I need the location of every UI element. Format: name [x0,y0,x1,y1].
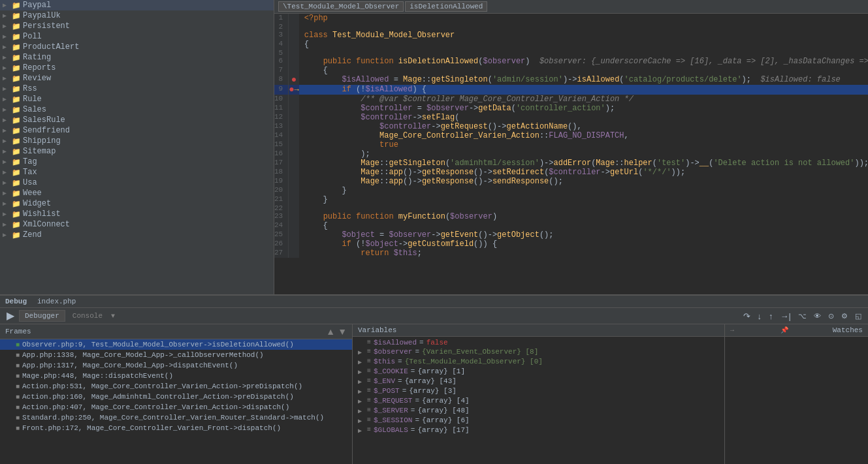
var-item-session[interactable]: ▶ ≡ $_SESSION = {array} [6] [353,416,724,425]
code-line-20: 20 } [274,186,868,195]
run-to-cursor-button[interactable]: →| [778,311,794,322]
frame-item[interactable]: ■ Mage.php:448, Mage::dispatchEvent() [0,371,352,381]
tree-item-sitemap[interactable]: ▶ 📁 Sitemap [0,146,274,157]
settings-button[interactable]: ⚙ [839,311,850,321]
tree-item-xmlconnect[interactable]: ▶ 📁 XmlConnect [0,219,274,230]
tree-item-usa[interactable]: ▶ 📁 Usa [0,178,274,188]
arrow-icon: ▶ [3,22,12,30]
var-name: $observer [374,348,412,356]
frame-down-button[interactable]: ▼ [338,326,347,337]
code-line-19: 19 Mage::app()->getResponse()->sendRespo… [274,177,868,186]
frame-icon: ■ [16,352,20,359]
frame-item[interactable]: ■ Front.php:172, Mage_Core_Controller_Va… [0,423,352,433]
tree-item-salesrule[interactable]: ▶ 📁 SalesRule [0,115,274,125]
tab-debugger[interactable]: Debugger [19,310,65,322]
frames-list: ■ Observer.php:9, Test_Module_Model_Obse… [0,339,352,464]
resume-button[interactable]: ▶ [4,309,17,322]
frame-up-button[interactable]: ▲ [326,326,335,337]
folder-icon: 📁 [12,106,21,114]
code-line-3: 3 class Test_Module_Model_Observer [274,31,868,40]
debug-panels: Frames ▲ ▼ ■ Observer.php:9, Test_Module… [0,324,868,464]
var-name: $_POST [374,387,400,395]
var-item-isallowed[interactable]: ≡ $isAllowed = false [353,338,724,347]
memory-button[interactable]: ⊙ [826,311,837,321]
tree-item-productalert[interactable]: ▶ 📁 ProductAlert [0,42,274,52]
folder-icon: 📁 [12,43,21,52]
frame-text: Action.php:531, Mage_Core_Controller_Var… [22,382,302,390]
frame-item[interactable]: ■ Action.php:531, Mage_Core_Controller_V… [0,381,352,392]
var-item-globals[interactable]: ▶ ≡ $GLOBALS = {array} [17] [353,425,724,435]
step-over-button[interactable]: ↷ [741,311,753,322]
arrow-icon: ▶ [3,74,12,82]
tree-item-tag[interactable]: ▶ 📁 Tag [0,157,274,167]
restore-button[interactable]: ◱ [852,311,864,321]
var-expand-icon: ▶ [358,427,367,435]
tab-console[interactable]: Console [67,311,108,321]
tree-label: Rating [23,53,51,62]
tree-item-shipping[interactable]: ▶ 📁 Shipping [0,136,274,146]
tree-item-rating[interactable]: ▶ 📁 Rating [0,52,274,63]
arrow-icon: ▶ [3,116,12,124]
tree-item-review[interactable]: ▶ 📁 Review [0,73,274,84]
code-line-13: 13 $controller->getRequest()->getActionN… [274,122,868,131]
breadcrumb-class[interactable]: \Test_Module_Model_Observer [278,1,404,12]
tree-item-reports[interactable]: ▶ 📁 Reports [0,63,274,73]
breadcrumb-method[interactable]: isDeletionAllowed [405,1,487,12]
frame-item[interactable]: ■ Standard.php:250, Mage_Core_Controller… [0,412,352,423]
tree-item-rss[interactable]: ▶ 📁 Rss [0,84,274,94]
code-lines: 1 <?php 2 3 class Test_Module_Mode [274,14,868,258]
folder-icon: 📁 [12,64,21,72]
watches-button[interactable]: 👁 [811,311,824,321]
code-line-2: 2 [274,23,868,31]
var-item-cookie[interactable]: ▶ ≡ $_COOKIE = {array} [1] [353,367,724,377]
var-item-post[interactable]: ▶ ≡ $_POST = {array} [3] [353,386,724,396]
frame-item[interactable]: ■ App.php:1317, Mage_Core_Model_App->dis… [0,360,352,371]
frame-text: Action.php:160, Mage_Adminhtml_Controlle… [22,393,294,401]
var-value: false [426,339,448,347]
frame-item[interactable]: ■ App.php:1338, Mage_Core_Model_App->_ca… [0,350,352,360]
arrow-icon: ▶ [3,210,12,218]
tree-item-rule[interactable]: ▶ 📁 Rule [0,94,274,104]
var-expand-icon: ▶ [358,417,367,425]
arrow-icon: ▶ [3,147,12,155]
variables-panel-header: Variables [353,324,724,337]
step-into-button[interactable]: ↓ [755,311,765,322]
tree-item-weee[interactable]: ▶ 📁 Weee [0,188,274,198]
frame-item[interactable]: ■ Action.php:407, Mage_Core_Controller_V… [0,402,352,412]
tree-item-wishlist[interactable]: ▶ 📁 Wishlist [0,209,274,219]
frame-item[interactable]: ■ Observer.php:9, Test_Module_Model_Obse… [0,339,352,350]
frame-item[interactable]: ■ Action.php:160, Mage_Adminhtml_Control… [0,392,352,402]
code-line-1: 1 <?php [274,14,868,23]
code-line-17: 17 Mage::getSingleton('adminhtml/session… [274,159,868,168]
var-item-observer[interactable]: ▶ ≡ $observer = {Varien_Event_Observer} … [353,347,724,357]
frame-text: App.php:1338, Mage_Core_Model_App->_call… [22,351,264,359]
var-name: $_COOKIE [374,367,408,375]
tree-item-paypal[interactable]: ▶ 📁 Paypal [0,0,274,10]
tree-item-widget[interactable]: ▶ 📁 Widget [0,198,274,209]
folder-icon: 📁 [12,137,21,146]
var-value: {array} [43] [405,377,457,385]
tree-item-sales[interactable]: ▶ 📁 Sales [0,104,274,115]
var-value: {array} [17] [417,426,469,434]
code-line-10: 10 /** @var $controller Mage_Core_Contro… [274,95,868,104]
tree-item-persistent[interactable]: ▶ 📁 Persistent [0,21,274,31]
var-item-this[interactable]: ▶ ≡ $this = {Test_Module_Model_Observer}… [353,357,724,367]
step-out-button[interactable]: ↑ [766,311,776,322]
var-eq: = [411,426,415,434]
tree-label: Poll [23,32,42,41]
tree-item-zend[interactable]: ▶ 📁 Zend [0,230,274,240]
tree-item-poll[interactable]: ▶ 📁 Poll [0,31,274,42]
frames-label: Frames [5,328,31,335]
arrow-icon: ▶ [3,54,12,61]
code-scroll[interactable]: 1 <?php 2 3 class Test_Module_Mode [274,14,868,294]
tree-item-sendfriend[interactable]: ▶ 📁 Sendfriend [0,125,274,136]
var-eq: = [398,358,402,365]
eval-expression-button[interactable]: ⌥ [796,311,809,321]
tree-item-tax[interactable]: ▶ 📁 Tax [0,167,274,178]
var-item-server[interactable]: ▶ ≡ $_SERVER = {array} [48] [353,406,724,416]
var-item-request[interactable]: ▶ ≡ $_REQUEST = {array} [4] [353,396,724,406]
var-type-icon: ≡ [367,367,371,375]
var-name: $_SERVER [374,407,408,414]
var-item-env[interactable]: ▶ ≡ $_ENV = {array} [43] [353,377,724,386]
tree-item-paypaluk[interactable]: ▶ 📁 PaypalUk [0,10,274,21]
